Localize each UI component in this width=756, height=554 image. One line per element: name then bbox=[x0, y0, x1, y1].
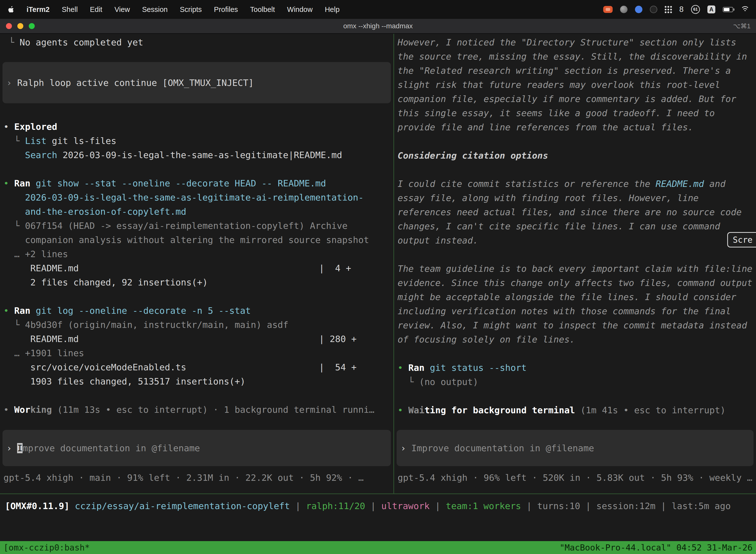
terminal-line bbox=[3, 388, 393, 403]
text-span bbox=[30, 178, 36, 188]
menu-item-profiles[interactable]: Profiles bbox=[214, 5, 238, 14]
left-status-line: gpt-5.4 xhigh · main · 91% left · 2.31M … bbox=[3, 470, 393, 485]
text-span bbox=[30, 306, 36, 316]
pane-left[interactable]: └ No agents completed yet › Ralph loop a… bbox=[0, 34, 393, 493]
text-span: 4b9d30f (origin/main, instructkr/main, m… bbox=[25, 320, 289, 330]
battery-icon[interactable] bbox=[723, 7, 733, 12]
right-prompt-input[interactable]: › Improve documentation in @filename bbox=[397, 430, 754, 466]
battery-percent-icon[interactable]: 61 bbox=[691, 5, 700, 14]
globe-icon[interactable] bbox=[620, 6, 628, 13]
pane-right[interactable]: However, I noticed the "Directory Struct… bbox=[394, 34, 756, 493]
terminal-line bbox=[3, 162, 393, 176]
text-span: Ran bbox=[14, 178, 30, 188]
text-span: └ bbox=[3, 320, 25, 330]
text-span: | bbox=[655, 501, 672, 511]
menu-item-toolbelt[interactable]: Toolbelt bbox=[250, 5, 275, 14]
text-span bbox=[3, 207, 25, 217]
text-span: | bbox=[290, 501, 306, 511]
text-span: references need actual files, and since … bbox=[397, 207, 742, 217]
text-span: last:5m ago bbox=[672, 501, 731, 511]
text-span: Considering citation options bbox=[397, 151, 548, 161]
menu-item-edit[interactable]: Edit bbox=[90, 5, 102, 14]
menu-item-scripts[interactable]: Scripts bbox=[180, 5, 202, 14]
terminal-line bbox=[397, 247, 756, 262]
text-span: ting for background terminal bbox=[424, 405, 575, 415]
figure-eight-icon[interactable]: 8 bbox=[679, 5, 684, 14]
text-span bbox=[3, 192, 25, 203]
text-span: 067f154 (HEAD -> essay/ai-reimplementati… bbox=[25, 221, 348, 231]
dark-app-icon[interactable] bbox=[650, 6, 657, 13]
text-span: session:12m bbox=[596, 501, 655, 511]
left-prompt-input[interactable]: › Improve documentation in @filename bbox=[2, 430, 391, 466]
text-span: this single essay, it seems like a good … bbox=[397, 108, 715, 118]
input-source-icon[interactable]: A bbox=[707, 5, 715, 13]
right-status-text: gpt-5.4 xhigh · 96% left · 520K in · 5.8… bbox=[397, 473, 752, 483]
text-span: Ralph loop active continue [OMX_TMUX_INJ… bbox=[17, 78, 254, 88]
terminal-line: of focusing solely on file lines. bbox=[397, 332, 756, 346]
text-span: Search bbox=[25, 150, 57, 160]
text-span: The team guideline is to back every impo… bbox=[397, 264, 752, 274]
text-span: Explored bbox=[14, 122, 57, 132]
menu-item-view[interactable]: View bbox=[114, 5, 130, 14]
terminal-line: 1903 files changed, 513517 insertions(+) bbox=[3, 374, 393, 388]
text-span: the source tree, missing the essay. Stil… bbox=[397, 51, 747, 62]
text-span bbox=[3, 150, 25, 160]
text-span: [OMX#0.11.9] bbox=[5, 501, 75, 511]
text-span: slight risk that future readers may over… bbox=[397, 80, 720, 90]
text-span: output instead. bbox=[397, 235, 478, 245]
text-span: | bbox=[430, 501, 446, 511]
terminal-line: … +2 lines bbox=[3, 247, 393, 261]
terminal-line: review. Also, I might want to inspect th… bbox=[397, 318, 756, 332]
terminal-line: src/voice/voiceModeEnabled.ts| 54 + bbox=[3, 360, 393, 374]
minimize-button[interactable] bbox=[17, 23, 23, 29]
terminal-line: └ (no output) bbox=[397, 375, 756, 389]
text-span: └ bbox=[3, 37, 19, 47]
left-prompt-text: › Improve documentation in @filename bbox=[6, 441, 200, 455]
text-span: | 4 + bbox=[319, 261, 351, 275]
fullscreen-button[interactable] bbox=[29, 23, 35, 29]
terminal-line: including verification notes with those … bbox=[397, 304, 756, 318]
text-span: › bbox=[6, 443, 17, 453]
terminal-line: However, I noticed the "Directory Struct… bbox=[397, 35, 756, 49]
close-button[interactable] bbox=[6, 23, 12, 29]
blue-app-icon[interactable] bbox=[635, 6, 642, 13]
text-span: README.md bbox=[655, 179, 704, 189]
text-span: | 54 + bbox=[319, 360, 357, 374]
text-span: | bbox=[365, 501, 381, 511]
text-span: • bbox=[3, 178, 14, 188]
menu-status-icons: 8 61 A bbox=[603, 5, 756, 14]
terminal-line: • Working (11m 13s • esc to interrupt) ·… bbox=[3, 403, 393, 417]
terminal-line: • Ran git show --stat --oneline --decora… bbox=[3, 176, 393, 190]
terminal-line: README.md| 280 + bbox=[3, 332, 393, 346]
text-span: • bbox=[3, 404, 14, 415]
text-span: turns:10 bbox=[537, 501, 580, 511]
terminal-line bbox=[397, 389, 756, 403]
menu-item-shell[interactable]: Shell bbox=[62, 5, 78, 14]
text-span: git log --oneline --decorate -n 5 --stat bbox=[36, 306, 251, 316]
tmux-host-time: "MacBook-Pro-44.local" 04:52 31-Mar-26 bbox=[560, 543, 753, 553]
apple-menu-icon[interactable] bbox=[7, 5, 14, 13]
menu-item-help[interactable]: Help bbox=[325, 5, 339, 14]
menu-item-window[interactable]: Window bbox=[287, 5, 313, 14]
app-menu-iterm2[interactable]: iTerm2 bbox=[26, 5, 50, 14]
terminal-line: this single essay, it seems like a good … bbox=[397, 106, 756, 120]
terminal-line: the "Related research writing" section i… bbox=[397, 63, 756, 78]
grid-icon[interactable] bbox=[665, 6, 672, 13]
text-span: (no output) bbox=[419, 377, 478, 387]
terminal-line: slight risk that future readers may over… bbox=[397, 78, 756, 92]
terminal-line: … +1901 lines bbox=[3, 346, 393, 360]
text-span: ralph:11/20 bbox=[306, 501, 365, 511]
menu-item-session[interactable]: Session bbox=[142, 5, 168, 14]
text-span: Ran bbox=[14, 306, 30, 316]
terminal-line: 2026-03-09-is-legal-the-same-as-legitima… bbox=[3, 190, 393, 205]
text-span: git status --short bbox=[430, 363, 526, 373]
text-span: › bbox=[6, 78, 17, 88]
wifi-icon[interactable] bbox=[741, 6, 750, 13]
text-span: 2026-03-09-is-legal-the-same-as-legitima… bbox=[57, 150, 342, 160]
tmux-session-window: [omx-cczip0:bash* bbox=[3, 543, 90, 553]
screen-overlay-tooltip[interactable]: Scre bbox=[727, 232, 756, 247]
text-span: 1903 files changed, 513517 insertions(+) bbox=[3, 376, 245, 386]
screen-recording-icon[interactable] bbox=[603, 6, 613, 13]
menu-bar-left: iTerm2 Shell Edit View Session Scripts P… bbox=[0, 5, 339, 14]
terminal-line: output instead. bbox=[397, 233, 756, 247]
